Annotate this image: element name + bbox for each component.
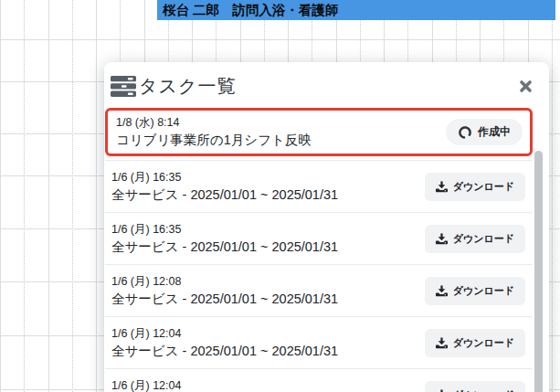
task-action: 作成中: [446, 119, 523, 145]
task-info: 1/6 (月) 12:04 全サービス - 2025/01/01 ~ 2025/…: [111, 378, 338, 392]
creating-status-badge: 作成中: [446, 119, 523, 145]
task-row: 1/8 (水) 8:14 コリブリ事業所の1月シフト反映 作成中: [105, 108, 533, 156]
grid-line: [96, 0, 97, 392]
schedule-event[interactable]: 桜台 二郎 訪問入浴・看護師: [157, 0, 555, 20]
task-info: 1/6 (月) 12:08 全サービス - 2025/01/01 ~ 2025/…: [111, 274, 338, 308]
task-timestamp: 1/6 (月) 12:08: [111, 274, 338, 290]
tasks-icon: [110, 75, 137, 98]
close-button[interactable]: [517, 78, 540, 95]
task-timestamp: 1/6 (月) 16:35: [111, 170, 338, 185]
download-icon: [436, 233, 448, 245]
grid-line: [72, 0, 73, 392]
task-description: 全サービス - 2025/01/01 ~ 2025/01/31: [111, 290, 338, 308]
task-action: ダウンロード: [425, 381, 525, 392]
task-list-modal: タスク一覧 1/8 (水) 8:14 コリブリ事業所の1月シフト反映 作成中 1…: [104, 62, 549, 392]
task-timestamp: 1/6 (月) 12:04: [111, 326, 338, 342]
download-label: ダウンロード: [453, 180, 514, 194]
download-button[interactable]: ダウンロード: [425, 225, 525, 253]
download-label: ダウンロード: [453, 232, 514, 246]
download-button[interactable]: ダウンロード: [425, 381, 525, 392]
task-row: 1/6 (月) 12:04 全サービス - 2025/01/01 ~ 2025/…: [105, 316, 533, 368]
download-button[interactable]: ダウンロード: [425, 329, 525, 357]
download-button[interactable]: ダウンロード: [425, 277, 525, 305]
task-action: ダウンロード: [425, 329, 525, 357]
task-row: 1/6 (月) 12:08 全サービス - 2025/01/01 ~ 2025/…: [105, 264, 533, 316]
grid-line: [552, 0, 553, 392]
task-action: ダウンロード: [425, 173, 525, 201]
task-timestamp: 1/6 (月) 16:35: [111, 222, 338, 238]
download-label: ダウンロード: [453, 284, 514, 298]
task-row: 1/6 (月) 12:04 全サービス - 2025/01/01 ~ 2025/…: [105, 368, 533, 392]
download-label: ダウンロード: [453, 388, 514, 392]
task-timestamp: 1/8 (水) 8:14: [116, 115, 312, 131]
task-info: 1/6 (月) 16:35 全サービス - 2025/01/01 ~ 2025/…: [111, 222, 338, 256]
download-icon: [436, 389, 448, 392]
task-info: 1/6 (月) 12:04 全サービス - 2025/01/01 ~ 2025/…: [111, 326, 338, 360]
download-icon: [436, 181, 448, 193]
task-info: 1/6 (月) 16:35 全サービス - 2025/01/01 ~ 2025/…: [111, 170, 338, 204]
close-icon: [519, 80, 533, 96]
modal-scrollbar[interactable]: [534, 151, 543, 392]
grid-line: [48, 0, 49, 392]
task-list: 1/8 (水) 8:14 コリブリ事業所の1月シフト反映 作成中 1/6 (月)…: [105, 108, 533, 392]
download-icon: [436, 285, 448, 297]
task-info: 1/8 (水) 8:14 コリブリ事業所の1月シフト反映: [116, 115, 312, 149]
status-label: 作成中: [478, 124, 511, 140]
task-description: コリブリ事業所の1月シフト反映: [116, 131, 312, 149]
task-description: 全サービス - 2025/01/01 ~ 2025/01/31: [111, 238, 338, 256]
task-description: 全サービス - 2025/01/01 ~ 2025/01/31: [111, 342, 338, 360]
calendar-screen: 桜台 二郎 訪問入浴・看護師 タスク一覧: [0, 0, 560, 392]
task-row: 1/6 (月) 16:35 全サービス - 2025/01/01 ~ 2025/…: [105, 160, 533, 212]
grid-line: [0, 0, 1, 392]
spinner-icon: [458, 125, 472, 140]
grid-line: [24, 0, 25, 392]
grid-line: [0, 39, 560, 40]
download-label: ダウンロード: [453, 336, 514, 350]
modal-title: タスク一覧: [139, 74, 236, 99]
task-timestamp: 1/6 (月) 12:04: [111, 378, 338, 392]
download-button[interactable]: ダウンロード: [425, 173, 525, 201]
task-description: 全サービス - 2025/01/01 ~ 2025/01/31: [111, 185, 338, 204]
download-icon: [436, 337, 448, 349]
task-action: ダウンロード: [425, 225, 525, 253]
task-row: 1/6 (月) 16:35 全サービス - 2025/01/01 ~ 2025/…: [105, 212, 533, 264]
modal-header: タスク一覧: [104, 62, 549, 108]
task-action: ダウンロード: [425, 277, 525, 305]
